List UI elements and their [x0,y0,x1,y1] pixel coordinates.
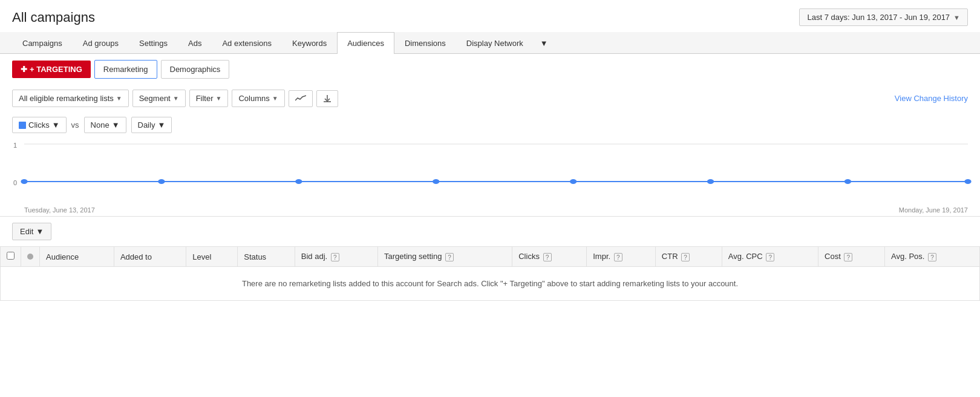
svg-point-8 [844,179,851,184]
segment-dropdown[interactable]: Segment ▼ [132,90,186,107]
time-period-label: Daily [138,120,155,130]
ctr-help-icon[interactable]: ? [681,253,690,261]
tab-settings[interactable]: Settings [129,32,178,54]
chart-date-left: Tuesday, June 13, 2017 [24,206,95,214]
svg-point-5 [433,179,439,184]
audience-column-header: Audience [40,247,114,267]
tab-display-network[interactable]: Display Network [456,32,534,54]
download-icon [323,94,332,103]
edit-label: Edit [20,227,33,236]
ctr-column-header: CTR ? [655,247,722,267]
chart-area: 1 0 Tuesday, June 13, 2017 Monday, June … [0,138,980,217]
cost-column-header: Cost ? [818,247,885,267]
sub-tab-demographics[interactable]: Demographics [161,60,230,79]
chevron-down-icon: ▼ [173,95,179,102]
vs-label: vs [71,120,79,130]
status-dot-header [21,247,40,267]
edit-row: Edit ▼ [0,217,980,246]
edit-button[interactable]: Edit ▼ [12,223,51,240]
svg-point-7 [707,179,714,184]
chart-y-label-0: 0 [13,179,17,186]
avg-cpc-column-header: Avg. CPC ? [722,247,818,267]
chart-toggle-button[interactable] [289,90,313,107]
plus-icon: ✚ [21,65,27,74]
segment-label: Segment [139,94,171,103]
columns-label: Columns [238,94,269,103]
chart-line-area [24,138,968,198]
empty-table-message: There are no remarketing lists added to … [0,267,980,301]
remarketing-label: Remarketing [103,65,148,74]
svg-point-9 [964,179,971,184]
svg-point-2 [21,179,27,184]
tab-keywords[interactable]: Keywords [282,32,337,54]
line-chart-svg [24,138,968,186]
sub-tab-remarketing[interactable]: Remarketing [94,60,157,79]
metric2-dropdown[interactable]: None ▼ [84,117,126,133]
date-range-button[interactable]: Last 7 days: Jun 13, 2017 - Jun 19, 2017… [799,8,968,26]
avg-pos-column-header: Avg. Pos. ? [885,247,980,267]
tab-ads[interactable]: Ads [178,32,212,54]
view-change-history-link[interactable]: View Change History [895,94,968,103]
filter-dropdown[interactable]: Filter ▼ [189,90,229,107]
impr-column-header: Impr. ? [587,247,656,267]
svg-point-6 [570,179,577,184]
page-title: All campaigns [12,10,95,25]
svg-point-3 [158,179,165,184]
clicks-help-icon[interactable]: ? [543,253,552,261]
level-column-header: Level [186,247,238,267]
chevron-down-icon: ▼ [36,227,44,236]
metric1-label: Clicks [28,120,50,130]
chevron-down-icon: ▼ [112,120,120,130]
tab-bar: Campaigns Ad groups Settings Ads Ad exte… [0,32,980,54]
tab-ad-groups[interactable]: Ad groups [73,32,129,54]
metric1-dropdown[interactable]: Clicks ▼ [12,117,67,133]
status-dot-indicator [27,254,33,260]
avg-pos-help-icon[interactable]: ? [928,253,936,261]
metric-color-indicator [19,122,26,129]
download-button[interactable] [316,90,338,107]
date-range-label: Last 7 days: Jun 13, 2017 - Jun 19, 2017 [807,13,950,22]
targeting-setting-column-header: Targeting setting ? [378,247,512,267]
chevron-down-icon: ▼ [157,120,165,130]
added-to-column-header: Added to [114,247,186,267]
audiences-table: Audience Added to Level Status Bid adj. … [0,246,980,267]
metric-row: Clicks ▼ vs None ▼ Daily ▼ [0,112,980,138]
impr-help-icon[interactable]: ? [614,253,622,261]
remarketing-list-label: All eligible remarketing lists [19,94,114,103]
tab-dimensions[interactable]: Dimensions [394,32,456,54]
svg-point-4 [295,179,302,184]
select-all-header[interactable] [1,247,21,267]
tab-more[interactable]: ▼ [534,32,555,54]
filter-row: All eligible remarketing lists ▼ Segment… [0,85,980,112]
filter-label: Filter [196,94,214,103]
chevron-down-icon: ▼ [216,95,222,102]
targeting-setting-help-icon[interactable]: ? [445,253,454,261]
tab-audiences[interactable]: Audiences [337,32,394,54]
data-table-container: Audience Added to Level Status Bid adj. … [0,246,980,301]
table-header-row: Audience Added to Level Status Bid adj. … [1,247,980,267]
chevron-down-icon: ▼ [953,14,960,21]
tab-campaigns[interactable]: Campaigns [12,32,73,54]
bid-adj-help-icon[interactable]: ? [331,253,339,261]
cost-help-icon[interactable]: ? [844,253,852,261]
chart-date-right: Monday, June 19, 2017 [899,206,968,214]
avg-cpc-help-icon[interactable]: ? [766,253,774,261]
page-header: All campaigns Last 7 days: Jun 13, 2017 … [0,0,980,32]
demographics-label: Demographics [170,65,221,74]
time-period-dropdown[interactable]: Daily ▼ [131,117,172,133]
chevron-down-icon: ▼ [52,120,60,130]
metric2-label: None [91,120,109,130]
remarketing-list-dropdown[interactable]: All eligible remarketing lists ▼ [12,90,129,107]
chart-y-label-1: 1 [13,142,17,149]
columns-dropdown[interactable]: Columns ▼ [232,90,284,107]
clicks-column-header: Clicks ? [512,247,587,267]
sub-header: ✚ + TARGETING Remarketing Demographics [0,54,980,85]
bid-adj-column-header: Bid adj. ? [295,247,377,267]
select-all-checkbox[interactable] [7,252,15,260]
chevron-down-icon: ▼ [272,95,278,102]
targeting-label: + TARGETING [30,65,82,74]
targeting-button[interactable]: ✚ + TARGETING [12,61,91,78]
tab-ad-extensions[interactable]: Ad extensions [212,32,282,54]
chevron-down-icon: ▼ [116,95,122,102]
line-chart-icon [295,94,306,103]
